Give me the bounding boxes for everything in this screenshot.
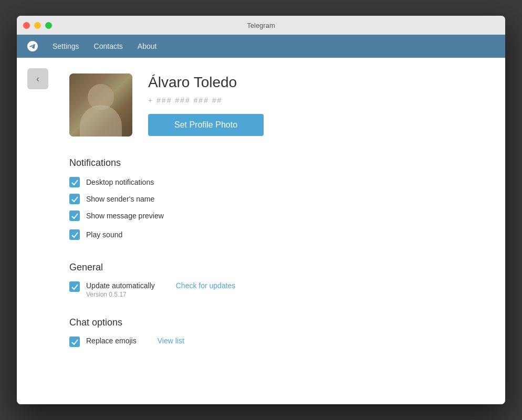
minimize-button[interactable] (34, 22, 41, 29)
avatar-image (69, 74, 132, 136)
maximize-button[interactable] (45, 22, 52, 29)
window-title: Telegram (247, 22, 275, 29)
profile-section: Álvaro Toledo + ### ### ### ## Set Profi… (17, 58, 505, 147)
update-row-inner: Update automatically Check for updates (86, 281, 453, 290)
back-button[interactable]: ‹ (27, 68, 48, 89)
notifications-section: Notifications Desktop notifications Show… (17, 147, 505, 251)
show-sender-label: Show sender's name (86, 195, 154, 203)
chat-options-section: Chat options Replace emojis View list (17, 307, 505, 355)
desktop-notifications-label: Desktop notifications (86, 178, 154, 186)
profile-name: Álvaro Toledo (148, 74, 264, 91)
update-label: Update automatically (86, 281, 155, 290)
profile-info: Álvaro Toledo + ### ### ### ## Set Profi… (148, 74, 264, 136)
menubar: Settings Contacts About (17, 35, 505, 58)
show-preview-row: Show message preview (69, 211, 453, 221)
settings-content: ‹ Álvaro Toledo + ### ### ### ## Set Pro… (17, 58, 505, 404)
titlebar: Telegram (17, 16, 505, 35)
menu-about[interactable]: About (131, 39, 163, 54)
desktop-notifications-checkbox[interactable] (69, 177, 80, 187)
desktop-notifications-row: Desktop notifications (69, 177, 453, 187)
play-sound-checkbox[interactable] (69, 229, 80, 240)
replace-emojis-label: Replace emojis (86, 337, 137, 345)
replace-emojis-checkbox[interactable] (69, 337, 80, 347)
window-controls (23, 22, 52, 29)
update-automatically-checkbox[interactable] (69, 281, 80, 292)
set-profile-photo-button[interactable]: Set Profile Photo (148, 114, 264, 136)
replace-emojis-row: Replace emojis View list (69, 337, 453, 347)
main-window: Telegram Settings Contacts About ‹ Álvar… (17, 16, 505, 404)
play-sound-label: Play sound (86, 230, 122, 239)
show-preview-checkbox[interactable] (69, 211, 80, 221)
view-list-link[interactable]: View list (158, 337, 184, 345)
chevron-left-icon: ‹ (36, 74, 39, 85)
menu-contacts[interactable]: Contacts (88, 39, 129, 54)
check-for-updates-link[interactable]: Check for updates (176, 281, 236, 290)
close-button[interactable] (23, 22, 30, 29)
notifications-title: Notifications (69, 158, 453, 169)
play-sound-row: Play sound (69, 229, 453, 240)
show-sender-checkbox[interactable] (69, 194, 80, 204)
version-text: Version 0.5.17 (86, 291, 453, 298)
show-preview-label: Show message preview (86, 212, 164, 220)
general-title: General (69, 262, 453, 273)
update-automatically-row: Update automatically Check for updates V… (69, 281, 453, 298)
update-info: Update automatically Check for updates V… (86, 281, 453, 298)
profile-phone: + ### ### ### ## (148, 96, 264, 104)
app-logo (25, 39, 40, 54)
replace-emojis-inner: Replace emojis View list (86, 337, 453, 345)
general-section: General Update automatically Check for u… (17, 251, 505, 307)
chat-options-title: Chat options (69, 317, 453, 328)
show-sender-row: Show sender's name (69, 194, 453, 204)
avatar (69, 74, 132, 136)
menu-settings[interactable]: Settings (46, 39, 86, 54)
